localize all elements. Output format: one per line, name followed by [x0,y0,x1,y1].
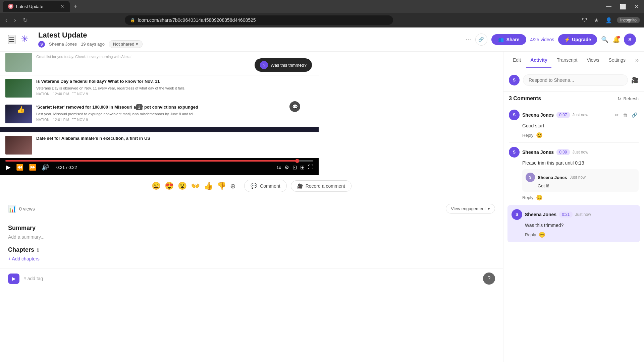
video-respond-btn[interactable]: 🎥 [631,76,639,84]
tab-settings[interactable]: Settings [605,53,630,68]
delete-comment-btn-1[interactable]: 🗑 [622,112,629,118]
forward-button[interactable]: ⏩ [28,163,37,172]
tab-views[interactable]: Views [583,53,603,68]
sharing-status-btn[interactable]: Not shared ▾ [109,40,143,48]
tab-transcript[interactable]: Transcript [553,53,582,68]
profile-btn[interactable]: 👤 [603,16,614,25]
rewind-button[interactable]: ⏪ [15,163,24,172]
emoji-thumbsdown[interactable]: 👎 [217,182,226,190]
tab-close-btn[interactable]: ✕ [60,4,64,9]
bookmark-btn[interactable]: ★ [592,16,601,25]
comment-item-3: S Sheena Jones 0:21 Just now Was this tr… [507,205,640,242]
comment-emoji-btn-2[interactable]: 😊 [536,194,543,201]
comment-author-2: Sheena Jones [522,149,554,155]
window-close[interactable]: ✕ [632,2,641,11]
refresh-icon: ↻ [618,96,621,101]
copy-link-btn[interactable]: 🔗 [475,34,487,46]
content-area: 📊 0 views View engagement ▾ Summary Add … [0,197,503,268]
pip-btn[interactable]: ⊡ [292,164,297,171]
comment-ts-3: Just now [575,212,591,217]
reply-btn-3[interactable]: Reply [525,232,536,237]
more-options-btn[interactable]: ··· [466,36,471,43]
comment-emoji-btn-1[interactable]: 😊 [536,132,543,138]
window-maximize[interactable]: ⬜ [617,2,629,11]
comment-time-3[interactable]: 0:21 [559,212,572,218]
fullscreen-btn[interactable]: ⛶ [308,164,313,170]
hamburger-menu[interactable]: ☰ [8,35,15,44]
chapters-info-icon[interactable]: ℹ [37,247,39,253]
add-chapters-btn[interactable]: + Add chapters [8,256,495,261]
search-button[interactable]: 🔍 [601,36,608,43]
new-tab-button[interactable]: + [71,2,80,11]
extensions-btn[interactable]: 🛡 [580,16,589,24]
reply-btn-2[interactable]: Reply [522,195,533,200]
window-minimize[interactable]: — [603,2,614,11]
comment-header-2: S Sheena Jones 0:09 Just now [509,147,639,158]
news-text-area: Great list for you today. Check it every… [36,53,131,59]
summary-title: Summary [8,225,495,232]
news-source-2: NATION 12:01 p.m. ET Nov 9 [36,118,198,122]
emoji-love[interactable]: 😍 [165,182,174,190]
news-thumbnail-3 [5,136,32,155]
view-engagement-btn[interactable]: View engagement ▾ [446,204,495,214]
comment-button[interactable]: 💬 Comment [244,180,287,192]
reply-row-1: Reply 😊 [522,132,639,138]
upgrade-button[interactable]: ⚡ Upgrade [558,34,597,45]
back-button[interactable]: ‹ [4,15,9,25]
volume-button[interactable]: 🔊 [41,163,50,172]
edit-comment-btn-1[interactable]: ✏ [613,112,620,118]
lightning-icon: ⚡ [564,37,570,42]
layout-btn[interactable]: ⊞ [300,164,305,171]
comment-emoji-btn-3[interactable]: 😊 [539,232,545,238]
nested-reply-header: S Sheena Jones Just now [526,173,635,182]
news-title-3: Date set for Alabama inmate's n executio… [36,136,150,141]
summary-placeholder[interactable]: Add a summary... [8,234,495,240]
news-thumbnail [5,53,32,72]
refresh-button[interactable]: ↻ Refresh [618,96,639,101]
browser-window: Latest Update ✕ + — ⬜ ✕ ‹ › ↻ 🔒 loom.com… [0,0,644,362]
security-icon: 🔒 [130,18,135,22]
forward-button[interactable]: › [13,15,17,25]
progress-bar[interactable] [5,160,313,162]
record-icon: 🎥 [297,183,303,189]
address-bar[interactable]: 🔒 loom.com/share/7b0c9640314a45809208358… [125,15,393,25]
loom-record-btn[interactable]: ▶ [8,274,19,284]
controls-row: ▶ ⏪ ⏩ 🔊 0:21 / 0:22 1x ⚙ [5,163,313,172]
share-button[interactable]: 👥 Share [491,34,526,45]
video-popup: S Was this trimmed? [255,58,312,72]
tab-edit[interactable]: Edit [509,53,525,68]
comment-icon: 💬 [251,183,257,189]
emoji-add-btn[interactable]: ⊕ [230,182,236,190]
help-button[interactable]: ? [483,273,495,285]
respond-input[interactable] [523,74,628,86]
user-avatar[interactable]: S [624,34,636,46]
tag-input[interactable]: # add tag [23,276,43,281]
comment-body-3: Was this trimmed? [525,222,636,229]
emoji-wow[interactable]: 😮 [178,182,187,190]
expand-panel-btn[interactable]: » [635,57,639,64]
right-panel: Edit Activity Transcript Views Settings … [503,52,644,362]
author-name: Sheena Jones [49,42,77,47]
comment-avatar-3: S [512,209,522,220]
play-button[interactable]: ▶ [5,163,11,172]
speed-button[interactable]: 1x [276,165,281,170]
notifications-button[interactable]: 🔔 [612,36,620,43]
news-item-3: Date set for Alabama inmate's n executio… [0,132,319,158]
emoji-clap[interactable]: 👐 [191,182,200,190]
tab-activity[interactable]: Activity [526,53,551,68]
comment-time-2[interactable]: 0:09 [556,149,570,155]
link-comment-btn-1[interactable]: 🔗 [630,112,639,118]
progress-dot [295,159,299,163]
time-display: 0:21 / 0:22 [56,165,77,170]
comment-time-1[interactable]: 0:07 [556,112,570,118]
active-tab[interactable]: Latest Update ✕ [3,1,70,12]
record-comment-button[interactable]: 🎥 Record a comment [291,180,352,192]
comment-body-2: Please trim this part until 0:13 [522,160,639,167]
settings-btn[interactable]: ⚙ [284,164,289,171]
emoji-thumbsup[interactable]: 👍 [204,182,213,190]
divider-1 [240,181,240,191]
emoji-laugh[interactable]: 😄 [152,182,161,190]
total-time: 0:22 [68,165,77,170]
refresh-button[interactable]: ↻ [21,15,29,25]
reply-btn-1[interactable]: Reply [522,133,533,138]
